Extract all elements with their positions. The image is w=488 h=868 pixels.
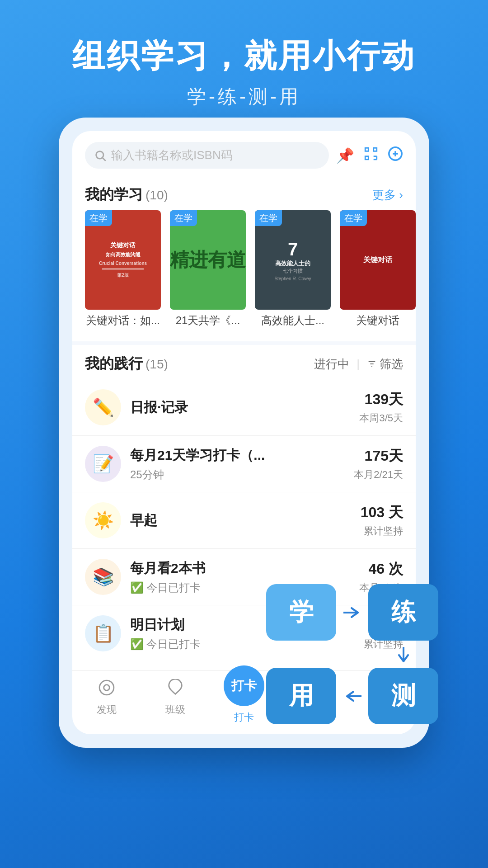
search-input-wrap[interactable]: 输入书籍名称或ISBN码 <box>85 142 329 169</box>
hero-subtitle: 学-练-测-用 <box>0 84 488 109</box>
practice-button[interactable]: 练 <box>368 584 438 641</box>
practice-icon-5: 📋 <box>85 615 121 651</box>
filter-button[interactable]: 筛选 <box>367 356 403 372</box>
arrow-down <box>368 644 438 668</box>
practice-stats-1: 139天 本周3/5天 <box>344 390 403 425</box>
practice-filters: 进行中 | 筛选 <box>314 356 403 372</box>
book-name-4: 关键对话 <box>340 313 416 328</box>
practice-title: 我的践行(15) <box>85 354 168 374</box>
practice-header: 我的践行(15) 进行中 | 筛选 <box>72 345 416 379</box>
book-badge-3: 在学 <box>255 210 282 226</box>
book-item-2[interactable]: 在学 精进有道 21天共学《... <box>170 210 246 328</box>
float-row-bottom: 用 测 <box>266 668 438 724</box>
svg-rect-2 <box>365 148 368 151</box>
search-bar: 输入书籍名称或ISBN码 📌 <box>72 131 416 176</box>
practice-info-1: 日报·记录 <box>130 398 344 417</box>
learn-button[interactable]: 学 <box>266 584 336 641</box>
search-placeholder-text: 输入书籍名称或ISBN码 <box>111 147 233 163</box>
book-item-3[interactable]: 在学 7 高效能人士的 七个习惯 Stephen R. Covey 高效能人士.… <box>255 210 331 328</box>
test-button[interactable]: 测 <box>368 668 438 724</box>
book-badge-2: 在学 <box>170 210 197 226</box>
practice-stats-2: 175天 本月2/21天 <box>344 446 403 481</box>
use-button[interactable]: 用 <box>266 668 336 724</box>
my-learning-section: 我的学习(10) 更多 › 在学 关键对话 如何高效能沟通 Crucial Co… <box>72 176 416 341</box>
book-name-2: 21天共学《... <box>170 313 246 328</box>
practice-icon-4: 📚 <box>85 559 121 595</box>
practice-sub-2: 25分钟 <box>130 467 344 482</box>
search-icon <box>94 149 107 162</box>
practice-name-2: 每月21天学习打卡（... <box>130 446 344 465</box>
svg-rect-3 <box>374 148 377 151</box>
svg-point-14 <box>99 680 114 695</box>
book-name-1: 关键对话：如... <box>85 313 161 328</box>
search-actions: 📌 <box>336 146 403 165</box>
practice-icon-2: 📝 <box>85 446 121 482</box>
practice-info-2: 每月21天学习打卡（... 25分钟 <box>130 446 344 482</box>
scan-icon[interactable] <box>363 146 379 165</box>
svg-point-0 <box>96 151 103 158</box>
float-row-top: 学 练 <box>266 584 438 641</box>
nav-item-discover[interactable]: 发现 <box>72 679 141 724</box>
class-icon <box>167 679 184 700</box>
float-overlay: 学 练 用 测 <box>266 584 438 728</box>
practice-stats-3: 103 天 累计坚持 <box>344 503 403 538</box>
practice-item-2[interactable]: 📝 每月21天学习打卡（... 25分钟 175天 本月2/21天 <box>72 436 416 492</box>
svg-rect-4 <box>365 156 368 160</box>
practice-item-1[interactable]: ✏️ 日报·记录 139天 本周3/5天 <box>72 379 416 436</box>
arrow-down-wrap <box>266 644 438 668</box>
svg-line-1 <box>103 158 105 160</box>
status-filter[interactable]: 进行中 <box>314 356 349 372</box>
discover-icon <box>98 679 115 700</box>
pin-icon[interactable]: 📌 <box>336 147 354 164</box>
nav-label-class: 班级 <box>165 703 185 717</box>
practice-icon-3: ☀️ <box>85 502 121 538</box>
nav-label-discover: 发现 <box>97 703 117 717</box>
nav-item-class[interactable]: 班级 <box>141 679 210 724</box>
nav-label-checkin: 打卡 <box>234 711 254 724</box>
my-learning-title: 我的学习(10) <box>85 185 168 205</box>
book-item-4[interactable]: 在学 关键对话 关键对话 <box>340 210 416 328</box>
practice-name-4: 每月看2本书 <box>130 559 344 578</box>
practice-icon-1: ✏️ <box>85 389 121 425</box>
practice-name-1: 日报·记录 <box>130 398 344 417</box>
arrow-left <box>340 668 365 724</box>
add-icon[interactable] <box>388 146 403 165</box>
practice-item-3[interactable]: ☀️ 早起 103 天 累计坚持 <box>72 492 416 549</box>
spacer-left <box>273 644 343 668</box>
arrow-right-1 <box>340 584 365 641</box>
book-scroll: 在学 关键对话 如何高效能沟通 Crucial Conversations 第2… <box>72 210 416 337</box>
book-name-3: 高效能人士... <box>255 313 331 328</box>
checkin-button[interactable]: 打卡 <box>224 665 264 706</box>
book-badge-1: 在学 <box>85 210 112 226</box>
checkin-label: 打卡 <box>231 677 257 694</box>
hero-section: 组织学习，就用小行动 学-练-测-用 <box>0 0 488 109</box>
my-learning-header: 我的学习(10) 更多 › <box>72 176 416 210</box>
my-learning-more[interactable]: 更多 › <box>372 187 403 203</box>
hero-title: 组织学习，就用小行动 <box>0 0 488 75</box>
practice-name-3: 早起 <box>130 511 344 530</box>
book-badge-4: 在学 <box>340 210 367 226</box>
book-item-1[interactable]: 在学 关键对话 如何高效能沟通 Crucial Conversations 第2… <box>85 210 161 328</box>
practice-info-3: 早起 <box>130 511 344 530</box>
